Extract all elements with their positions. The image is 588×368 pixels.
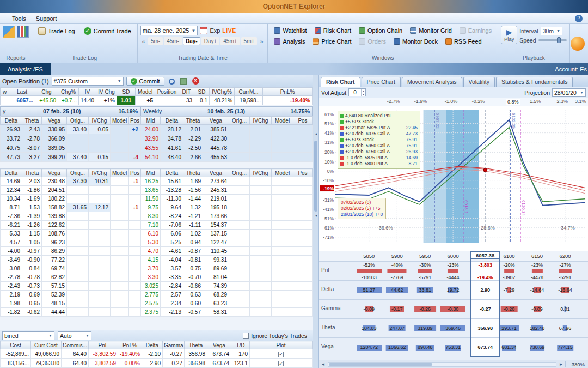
speed-slider-thumb[interactable]: [557, 37, 561, 43]
projection-date-select[interactable]: 28/01/20▼: [552, 88, 586, 97]
column-header[interactable]: PnL%: [118, 341, 142, 349]
table-row[interactable]: 2.375-2.13-0.5758.31: [141, 308, 313, 317]
trading-date-input[interactable]: ma. 28 ene. 2025 ▼: [140, 26, 198, 35]
help-icon[interactable]: ?: [575, 15, 583, 22]
column-header[interactable]: Orig...: [67, 169, 89, 177]
risk-chart-area[interactable]: 61%51%41%31%20%10%0%-10%-19%-31%-41%-51%…: [319, 106, 588, 251]
column-header[interactable]: Vega: [203, 169, 229, 177]
nav-5m-back[interactable]: 5m-: [148, 37, 163, 45]
column-header[interactable]: PnL%: [263, 88, 313, 96]
spinner-arrows-icon[interactable]: ▲▼: [361, 89, 365, 96]
table-row[interactable]: 54.1048.40-2.66455.53: [141, 153, 313, 162]
column-header[interactable]: Model: [111, 117, 129, 125]
column-header[interactable]: Vega: [203, 117, 229, 125]
table-row[interactable]: 26.93-2.43330.9533.40-0.05+2: [1, 125, 140, 134]
table-row[interactable]: 43.5541.61-2.50445.78: [141, 143, 313, 153]
forward-icon[interactable]: »: [258, 38, 265, 45]
summary-row[interactable]: 6057... +45.50 +0.7... 14.40 +1% 1.01 +5…: [1, 96, 313, 105]
table-row[interactable]: 6.10-6.06-1.02137.15: [141, 230, 313, 238]
column-header[interactable]: Theta: [22, 117, 42, 125]
column-header[interactable]: Plot: [250, 341, 313, 349]
trade-log-button[interactable]: Trade Log: [35, 26, 78, 37]
column-header[interactable]: Theta: [183, 117, 203, 125]
column-header[interactable]: Pos: [129, 117, 140, 125]
table-row[interactable]: -1.98-0.6548.15: [1, 299, 140, 308]
risk-chart-button[interactable]: Risk Chart: [311, 26, 354, 35]
table-row[interactable]: -6.21-1.26122.62: [1, 221, 140, 230]
play-button[interactable]: ▶ Play: [501, 26, 517, 44]
column-header[interactable]: IVChg: [250, 169, 272, 177]
table-row[interactable]: 24.0028.12-2.01385.51: [141, 125, 313, 134]
column-header[interactable]: Theta: [183, 169, 203, 177]
column-header[interactable]: Model: [111, 169, 129, 177]
auto-select[interactable]: Auto▼: [58, 331, 91, 340]
column-header[interactable]: SD: [194, 88, 210, 96]
monitor-dock-button[interactable]: Monitor Dock: [390, 37, 441, 46]
column-header[interactable]: Position: [155, 88, 179, 96]
table-row[interactable]: -3.49-0.9077.22: [1, 256, 140, 264]
vol-adjust-spinner[interactable]: 0 ▲▼: [348, 88, 366, 96]
column-header[interactable]: Delta: [161, 169, 183, 177]
panel-splitter-scrollbar[interactable]: ▲ ▼: [313, 75, 319, 368]
tab-analysis-es[interactable]: Analysis: /ES: [0, 63, 51, 75]
tab-movement-analysis[interactable]: Movement Analysis: [402, 77, 462, 87]
table-row[interactable]: 32.9034.78-2.29422.30: [141, 134, 313, 143]
combined-select[interactable]: bined▼: [2, 331, 54, 340]
table-row[interactable]: 13.65-13.28-1.56245.31: [141, 186, 313, 195]
price-chart-button[interactable]: Price Chart: [309, 37, 354, 46]
column-header[interactable]: Model: [272, 117, 293, 125]
chart-h-scrollbar[interactable]: ◄ ► 380%: [319, 360, 588, 368]
table-row[interactable]: 2.775-2.57-0.6368.29: [141, 291, 313, 299]
table-row[interactable]: 10.34-1.69180.22: [1, 195, 140, 203]
earnings-button[interactable]: Earnings: [456, 26, 495, 35]
table-row[interactable]: 2.575-2.34-0.6063.23: [141, 299, 313, 308]
column-header[interactable]: Orig...: [229, 117, 250, 125]
column-header[interactable]: Pos: [293, 169, 313, 177]
option-chain-button[interactable]: Option Chain: [356, 26, 406, 35]
table-row[interactable]: 11.50-11.30-1.44219.01: [141, 195, 313, 203]
table-row[interactable]: -1.82-0.6244.44: [1, 308, 140, 317]
column-header[interactable]: PnL: [89, 341, 118, 349]
column-header[interactable]: w: [1, 88, 9, 96]
tab-risk-chart[interactable]: Risk Chart: [321, 77, 360, 87]
table-row[interactable]: 7.10-7.06-1.11154.37: [141, 221, 313, 230]
tab-volatility[interactable]: Volatility: [463, 77, 495, 87]
column-header[interactable]: Delta: [142, 341, 163, 349]
table-row[interactable]: -7.36-1.39139.88: [1, 212, 140, 221]
report-chart-icon[interactable]: [3, 26, 15, 38]
table-row[interactable]: -5.33-1.15108.76: [1, 230, 140, 238]
table-row[interactable]: 3.30-3.35-0.7081.04: [141, 273, 313, 282]
table-row[interactable]: 4.15-4.04-0.8199.31: [141, 256, 313, 264]
scroll-left-icon[interactable]: ◄: [319, 362, 327, 367]
table-row[interactable]: 47.73-3.27399.2037.40-0.15-4: [1, 153, 140, 162]
calendar-icon[interactable]: [200, 27, 207, 34]
column-header[interactable]: Vega: [207, 341, 231, 349]
export-grid-button[interactable]: [179, 76, 188, 86]
ignore-trades-checkbox[interactable]: [243, 333, 249, 339]
table-row[interactable]: 5.30-5.25-0.94122.47: [141, 238, 313, 247]
rss-feed-button[interactable]: RSS Feed: [442, 37, 485, 46]
table-row[interactable]: 3.70-3.57-0.7589.69: [141, 264, 313, 273]
plot-checkbox[interactable]: ✓: [278, 361, 284, 366]
menu-support[interactable]: Support: [36, 15, 57, 22]
column-header[interactable]: Model: [136, 88, 155, 96]
column-header[interactable]: Orig...: [229, 169, 250, 177]
column-header[interactable]: Last: [9, 88, 35, 96]
table-row[interactable]: -52,869...49,066.9064.40-3,802.59-19.40%…: [1, 349, 313, 359]
menu-tools[interactable]: Tools: [12, 15, 26, 22]
nav-5m-fwd[interactable]: 5m+: [241, 37, 258, 45]
rewind-icon[interactable]: «: [140, 38, 147, 45]
strategy-select[interactable]: #375 Custom▼: [52, 77, 124, 86]
report-bars-icon[interactable]: [17, 26, 29, 38]
watchlist-button[interactable]: Watchlist: [271, 26, 310, 35]
orders-button[interactable]: Orders: [356, 37, 389, 46]
column-header[interactable]: IVChg: [89, 169, 111, 177]
column-header[interactable]: DIT: [179, 88, 194, 96]
column-header[interactable]: Model: [272, 169, 293, 177]
column-header[interactable]: SD: [117, 88, 136, 96]
table-row[interactable]: 3.025-2.84-0.6674.39: [141, 282, 313, 291]
table-row[interactable]: 16.25-15.61-1.69273.64: [141, 177, 313, 186]
column-header[interactable]: Theta: [22, 169, 42, 177]
table-row[interactable]: -2.19-0.6952.39: [1, 291, 140, 299]
nav-45m-fwd[interactable]: 45m+: [220, 37, 240, 45]
